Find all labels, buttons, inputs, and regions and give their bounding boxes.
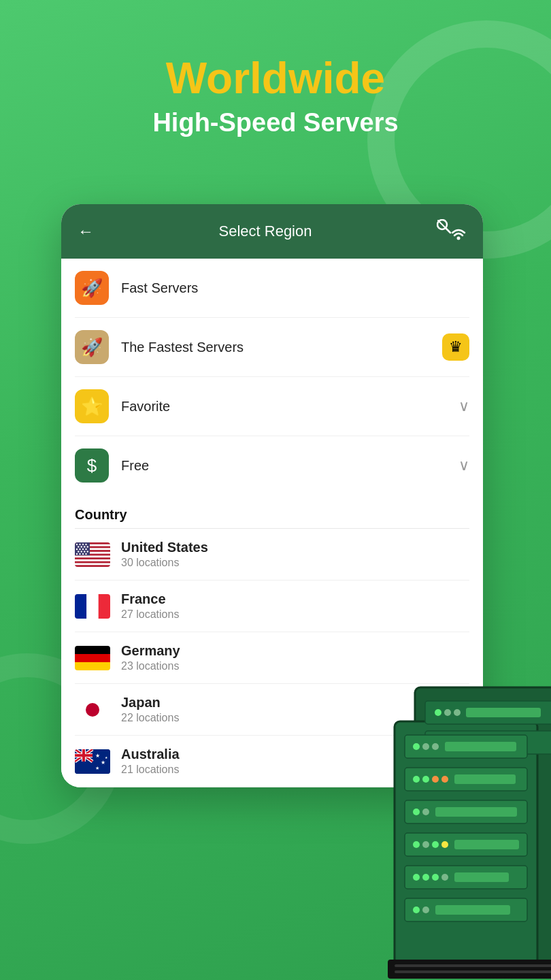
svg-point-21 (76, 548, 78, 549)
svg-point-89 (422, 874, 429, 881)
svg-point-91 (441, 874, 448, 881)
svg-point-25 (78, 551, 79, 552)
server-rack-illustration (381, 647, 551, 980)
svg-rect-96 (435, 905, 510, 915)
chevron-down-icon: ∨ (458, 457, 469, 474)
menu-list: 🚀 Fast Servers 🚀 The Fastest Servers ♛ ⭐… (61, 259, 483, 495)
svg-text:★: ★ (95, 766, 99, 770)
free-label: Free (121, 458, 149, 474)
svg-point-84 (432, 841, 439, 848)
svg-point-74 (432, 776, 439, 783)
favorite-label: Favorite (121, 399, 170, 414)
menu-item-free[interactable]: $ Free ∨ (75, 436, 469, 495)
country-locations-us: 30 locations (121, 557, 469, 569)
menu-item-fastest-servers[interactable]: 🚀 The Fastest Servers ♛ (75, 318, 469, 377)
header-section: Worldwide High-Speed Servers (0, 0, 551, 161)
country-item-us[interactable]: United States 30 locations (75, 529, 469, 581)
svg-point-30 (79, 553, 80, 554)
svg-point-78 (413, 808, 420, 815)
svg-point-72 (413, 776, 420, 783)
svg-rect-35 (99, 594, 110, 619)
svg-point-67 (413, 743, 420, 750)
server-svg (381, 647, 551, 980)
svg-point-15 (82, 543, 84, 544)
flag-us (75, 542, 110, 567)
svg-rect-76 (454, 774, 516, 784)
svg-point-83 (422, 841, 429, 848)
fast-servers-icon: 🚀 (75, 271, 109, 305)
svg-point-68 (422, 743, 429, 750)
svg-rect-97 (388, 960, 551, 979)
header-icons-group (437, 219, 467, 244)
svg-rect-33 (75, 594, 86, 619)
svg-point-23 (82, 548, 84, 549)
free-icon: $ (75, 448, 109, 483)
card-title: Select Region (219, 223, 312, 240)
country-info-us: United States 30 locations (121, 540, 469, 569)
svg-point-20 (87, 546, 88, 547)
chevron-down-icon: ∨ (458, 397, 469, 415)
svg-point-17 (78, 546, 79, 547)
svg-point-31 (82, 553, 84, 554)
svg-rect-11 (75, 565, 110, 567)
svg-point-27 (84, 551, 85, 552)
svg-point-88 (413, 874, 420, 881)
country-locations-fr: 27 locations (121, 608, 469, 621)
svg-point-59 (454, 709, 461, 716)
svg-point-13 (76, 543, 78, 544)
svg-point-82 (413, 841, 420, 848)
svg-point-29 (76, 553, 78, 554)
main-title: Worldwide (0, 54, 551, 102)
fastest-servers-label: The Fastest Servers (121, 340, 244, 355)
svg-rect-92 (454, 872, 509, 882)
svg-rect-70 (445, 742, 516, 751)
svg-rect-80 (435, 807, 517, 817)
country-section-label: Country (75, 507, 469, 523)
menu-item-left: ⭐ Favorite (75, 389, 170, 423)
svg-point-26 (81, 551, 82, 552)
menu-item-fast-servers[interactable]: 🚀 Fast Servers (75, 259, 469, 318)
card-header: ← Select Region (61, 204, 483, 259)
flag-fr (75, 594, 110, 619)
svg-rect-60 (466, 708, 541, 717)
svg-point-57 (435, 709, 441, 716)
svg-point-3 (456, 237, 460, 240)
svg-rect-34 (86, 594, 98, 619)
svg-point-85 (441, 841, 448, 848)
back-button[interactable]: ← (78, 222, 94, 241)
country-name-us: United States (121, 540, 469, 555)
fastest-servers-icon: 🚀 (75, 330, 109, 364)
svg-point-94 (413, 906, 420, 913)
menu-item-left: $ Free (75, 448, 149, 483)
svg-point-14 (79, 543, 80, 544)
svg-rect-86 (454, 840, 519, 849)
wifi-search-icon (437, 219, 467, 244)
svg-point-79 (422, 808, 429, 815)
svg-rect-38 (75, 662, 110, 670)
svg-rect-98 (395, 964, 551, 967)
svg-rect-49 (75, 754, 93, 757)
svg-point-73 (422, 776, 429, 783)
country-info-fr: France 27 locations (121, 591, 469, 621)
svg-point-32 (85, 553, 86, 554)
svg-rect-10 (75, 561, 110, 563)
country-item-fr[interactable]: France 27 locations (75, 581, 469, 632)
menu-item-favorite[interactable]: ⭐ Favorite ∨ (75, 377, 469, 436)
svg-rect-9 (75, 557, 110, 559)
flag-de (75, 646, 110, 670)
background: Worldwide High-Speed Servers ← Select Re… (0, 0, 551, 980)
svg-point-40 (86, 703, 99, 717)
svg-point-90 (432, 874, 439, 881)
main-subtitle: High-Speed Servers (0, 106, 551, 140)
svg-text:★: ★ (101, 760, 105, 766)
svg-point-16 (85, 543, 86, 544)
svg-point-28 (87, 551, 88, 552)
svg-point-19 (84, 546, 85, 547)
svg-point-58 (444, 709, 451, 716)
svg-rect-36 (75, 646, 110, 654)
favorite-icon: ⭐ (75, 389, 109, 423)
svg-point-69 (432, 743, 439, 750)
svg-text:★: ★ (95, 753, 100, 759)
flag-au: ★ ★ ★ ★ (75, 749, 110, 774)
svg-point-75 (441, 776, 448, 783)
